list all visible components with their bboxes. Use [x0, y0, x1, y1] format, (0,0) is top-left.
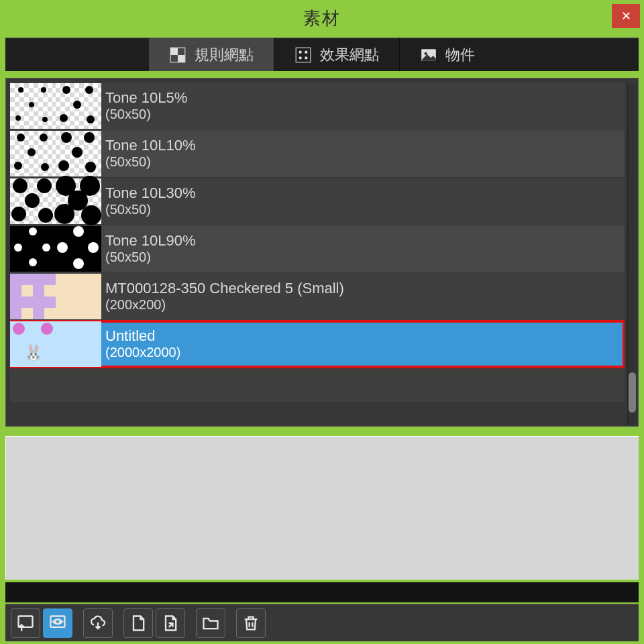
cloud-down-icon: [89, 614, 107, 633]
list-item[interactable]: Tone 10L5% (50x50): [10, 83, 625, 129]
material-thumb: [10, 178, 56, 224]
trash-icon: [241, 614, 260, 633]
material-label: Tone 10L90% (50x50): [105, 233, 196, 265]
material-label: Tone 10L30% (50x50): [105, 185, 196, 217]
material-label: MT000128-350 Checkered 5 (Small) (200x20…: [105, 280, 344, 313]
material-thumb: [56, 83, 101, 129]
window-title: 素材: [303, 7, 341, 30]
tab-regular-dots[interactable]: 規則網點: [149, 38, 274, 71]
preview-button[interactable]: [43, 608, 72, 638]
thumb-pair: [10, 178, 101, 224]
list-item-selected[interactable]: 🐰 Untitled (2000x2000): [10, 321, 625, 368]
preview-canvas: [5, 436, 639, 580]
material-thumb: 🐰: [10, 321, 56, 367]
tab-label: 效果網點: [320, 45, 379, 65]
svg-rect-3: [296, 48, 311, 62]
preview-area: [5, 436, 639, 604]
svg-rect-1: [170, 48, 178, 55]
material-thumb: [10, 226, 56, 272]
thumb-pair: 🐰: [10, 321, 101, 367]
export-material-button[interactable]: [156, 608, 185, 638]
material-thumb: [10, 274, 56, 319]
material-label: Tone 10L5% (50x50): [105, 90, 187, 122]
apply-button[interactable]: [11, 608, 40, 638]
material-thumb: [56, 131, 101, 176]
svg-point-7: [305, 56, 307, 59]
svg-rect-2: [178, 55, 185, 62]
svg-point-6: [299, 56, 302, 59]
title-bar: 素材 ✕: [0, 0, 644, 36]
toolbar: [5, 604, 639, 641]
preview-footer: [5, 582, 639, 602]
image-icon: [420, 46, 437, 64]
list-item[interactable]: Tone 10L90% (50x50): [10, 225, 625, 272]
tab-effect-dots[interactable]: 效果網點: [274, 38, 400, 71]
material-thumb: [10, 83, 56, 129]
material-thumb: [56, 226, 101, 272]
checker-icon: [169, 46, 186, 64]
close-icon: ✕: [621, 9, 631, 23]
cloud-download-button[interactable]: [83, 608, 113, 638]
scrollbar[interactable]: [627, 84, 637, 425]
delete-button[interactable]: [236, 608, 266, 638]
thumb-pair: [10, 83, 101, 129]
material-label: Untitled (2000x2000): [105, 328, 180, 360]
tab-strip: 規則網點 效果網點 物件: [5, 38, 639, 71]
material-thumb: [10, 131, 56, 176]
sprite-icon: 🐰: [24, 345, 42, 360]
list-item[interactable]: Tone 10L10% (50x50): [10, 130, 625, 177]
svg-point-5: [305, 50, 307, 53]
svg-point-9: [425, 52, 427, 54]
close-button[interactable]: ✕: [612, 4, 640, 28]
open-folder-button[interactable]: [196, 608, 225, 638]
thumb-pair: [10, 131, 101, 176]
tab-label: 物件: [445, 45, 475, 65]
new-material-button[interactable]: [123, 608, 153, 638]
material-label: Tone 10L10% (50x50): [105, 138, 196, 170]
material-thumb: [56, 321, 101, 367]
thumb-pair: [10, 226, 101, 272]
dotgrid-icon: [294, 46, 312, 64]
material-thumb: [56, 274, 101, 319]
list-empty-space: [10, 368, 625, 402]
file-icon: [129, 614, 148, 633]
list-item[interactable]: Tone 10L30% (50x50): [10, 178, 625, 225]
folder-icon: [201, 614, 220, 633]
eye-icon: [48, 614, 67, 633]
material-list: Tone 10L5% (50x50): [5, 78, 639, 427]
thumb-pair: [10, 274, 101, 319]
material-thumb: [56, 178, 101, 224]
list-item[interactable]: MT000128-350 Checkered 5 (Small) (200x20…: [10, 273, 625, 320]
tab-label: 規則網點: [195, 45, 254, 65]
file-export-icon: [161, 614, 180, 633]
window-arrow-icon: [16, 614, 35, 633]
svg-point-4: [299, 50, 302, 53]
scrollbar-thumb[interactable]: [629, 372, 636, 413]
tab-objects[interactable]: 物件: [400, 38, 495, 71]
